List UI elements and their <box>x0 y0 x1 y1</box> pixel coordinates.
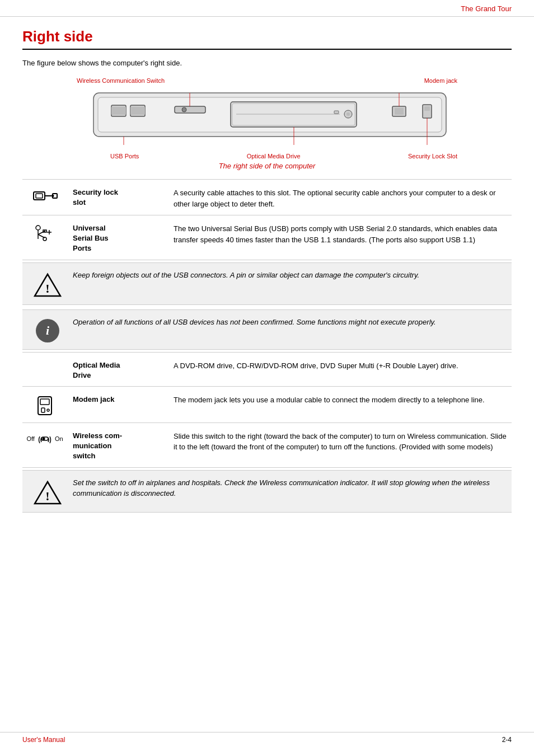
info-notice: i Operation of all functions of all USB … <box>22 309 512 350</box>
feature-row-optical: Optical MediaDrive A DVD-ROM drive, CD-R… <box>22 352 512 386</box>
svg-rect-15 <box>395 108 404 115</box>
info-text: Operation of all functions of all USB de… <box>73 317 512 328</box>
svg-point-43 <box>47 409 49 411</box>
label-security: Security Lock Slot <box>408 153 457 159</box>
security-lock-name: Security lockslot <box>73 185 174 208</box>
svg-point-7 <box>182 107 186 112</box>
svg-rect-17 <box>424 106 430 111</box>
warning-text-1: Keep foreign objects out of the USB conn… <box>73 270 512 281</box>
info-circle-icon: i <box>36 319 59 342</box>
feature-row-wireless: Off <box>22 422 512 468</box>
warning-icon-cell-1: ! <box>22 270 73 298</box>
svg-line-31 <box>38 231 45 234</box>
svg-rect-3 <box>111 107 126 115</box>
page-title: Right side <box>22 28 512 50</box>
modem-name: Modem jack <box>73 392 174 405</box>
svg-rect-6 <box>175 106 205 113</box>
footer-right: 2-4 <box>502 736 512 744</box>
usb-icon-cell <box>22 221 73 243</box>
main-content: Right side The figure below shows the co… <box>0 17 534 537</box>
svg-point-11 <box>346 112 350 116</box>
warning-notice-2: ! Set the switch to off in airplanes and… <box>22 470 512 513</box>
diagram-container: Wireless Communication Switch Modem jack <box>77 77 457 170</box>
warning-triangle-icon-1: ! <box>34 272 62 298</box>
intro-text: The figure below shows the computer's ri… <box>22 59 512 67</box>
computer-diagram <box>77 86 457 151</box>
feature-row-modem: Modem jack The modem jack lets you use a… <box>22 386 512 422</box>
diagram-labels-bottom: USB Ports Optical Media Drive Security L… <box>77 153 457 159</box>
off-label: Off <box>26 435 34 442</box>
feature-row-security: Security lockslot A security cable attac… <box>22 179 512 215</box>
optical-desc: A DVD-ROM drive, CD-RW/DVD-ROM drive, DV… <box>174 358 512 372</box>
features-section-2: Optical MediaDrive A DVD-ROM drive, CD-R… <box>22 352 512 468</box>
svg-rect-5 <box>130 107 145 115</box>
label-modem: Modem jack <box>424 77 457 84</box>
diagram-caption: The right side of the computer <box>77 162 457 170</box>
page-container: The Grand Tour Right side The figure bel… <box>0 0 534 756</box>
diagram-labels-top: Wireless Communication Switch Modem jack <box>77 77 457 84</box>
usb-name: UniversalSerial BusPorts <box>73 221 174 254</box>
on-label: On <box>55 435 63 442</box>
footer: User's Manual 2-4 <box>0 732 534 747</box>
header-title: The Grand Tour <box>461 4 512 13</box>
svg-point-45 <box>42 437 45 440</box>
svg-rect-41 <box>40 399 49 405</box>
warning-notice-1: ! Keep foreign objects out of the USB co… <box>22 262 512 305</box>
info-icon-cell: i <box>22 317 73 342</box>
modem-desc: The modem jack lets you use a modular ca… <box>174 392 512 406</box>
modem-icon-cell <box>22 392 73 417</box>
svg-point-29 <box>36 226 40 230</box>
usb-desc: The two Universal Serial Bus (USB) ports… <box>174 221 512 245</box>
svg-rect-13 <box>334 111 339 114</box>
label-wireless: Wireless Communication Switch <box>77 77 165 84</box>
svg-text:!: ! <box>45 489 49 503</box>
svg-rect-24 <box>36 194 43 198</box>
warning-text-2: Set the switch to off in airplanes and h… <box>73 477 512 499</box>
security-lock-desc: A security cable attaches to this slot. … <box>174 185 512 209</box>
features-section: Security lockslot A security cable attac… <box>22 179 512 260</box>
optical-name: Optical MediaDrive <box>73 358 174 381</box>
security-lock-icon-cell <box>22 185 73 204</box>
wireless-name: Wireless com-municationswitch <box>73 429 174 462</box>
footer-left: User's Manual <box>22 736 65 744</box>
feature-row-usb: UniversalSerial BusPorts The two Univers… <box>22 215 512 260</box>
modem-phone-icon <box>34 395 56 417</box>
svg-text:!: ! <box>45 281 49 295</box>
security-lock-icon <box>32 187 58 204</box>
label-usb: USB Ports <box>110 153 139 159</box>
svg-rect-42 <box>41 408 45 412</box>
warning-icon-cell-2: ! <box>22 477 73 505</box>
usb-icon <box>32 223 58 243</box>
warning-triangle-icon-2: ! <box>34 480 62 505</box>
optical-icon-cell <box>22 358 73 360</box>
wireless-icon-cell: Off <box>22 429 73 447</box>
header: The Grand Tour <box>0 0 534 17</box>
svg-rect-23 <box>34 192 45 200</box>
wireless-desc: Slide this switch to the right (toward t… <box>174 429 512 453</box>
wireless-switch-icon <box>36 431 54 447</box>
label-optical: Optical Media Drive <box>247 153 301 159</box>
